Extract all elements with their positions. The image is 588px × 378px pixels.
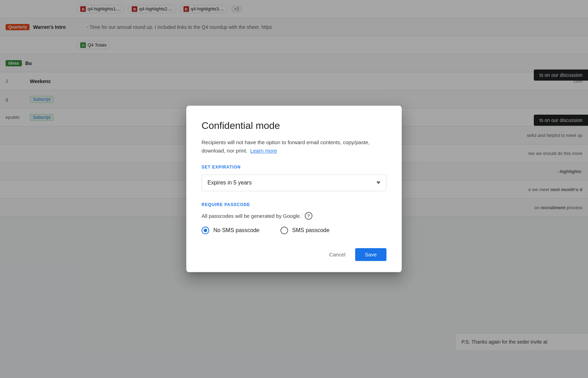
expiration-value: Expires in 5 years: [207, 180, 252, 186]
modal-actions: Cancel Save: [202, 248, 386, 261]
learn-more-link[interactable]: Learn more: [250, 148, 277, 154]
radio-group: No SMS passcode SMS passcode: [202, 227, 386, 235]
modal-description: Recipients will not have the option to f…: [202, 139, 386, 155]
set-expiration-label: SET EXPIRATION: [202, 165, 386, 170]
radio-sms-outer: [280, 227, 288, 235]
save-button[interactable]: Save: [355, 248, 386, 261]
radio-no-sms-label: No SMS passcode: [213, 228, 260, 234]
expiration-select-container: Expires in 5 years: [202, 175, 386, 191]
passcode-description-text: All passcodes will be generated by Googl…: [202, 213, 301, 219]
confidential-mode-modal: Confidential mode Recipients will not ha…: [186, 106, 402, 272]
chevron-down-icon: [376, 182, 381, 184]
require-passcode-label: REQUIRE PASSCODE: [202, 203, 386, 207]
modal-title: Confidential mode: [202, 120, 386, 132]
radio-no-sms-outer: [202, 227, 209, 235]
modal-description-text: Recipients will not have the option to f…: [202, 140, 370, 154]
help-icon[interactable]: ?: [305, 212, 312, 220]
cancel-button[interactable]: Cancel: [322, 248, 352, 261]
radio-sms-label: SMS passcode: [292, 228, 330, 234]
passcode-description-row: All passcodes will be generated by Googl…: [202, 212, 386, 220]
expiration-dropdown[interactable]: Expires in 5 years: [202, 175, 386, 191]
radio-no-sms-inner: [204, 229, 207, 232]
radio-sms[interactable]: SMS passcode: [280, 227, 330, 235]
help-icon-label: ?: [307, 213, 310, 219]
radio-no-sms[interactable]: No SMS passcode: [202, 227, 260, 235]
